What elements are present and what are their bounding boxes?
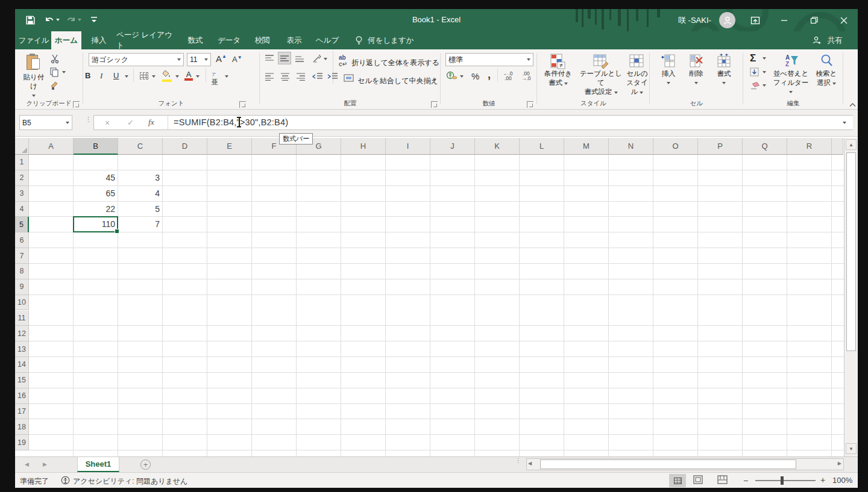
align-bottom-icon[interactable]	[295, 54, 304, 65]
merge-center-icon[interactable]	[344, 73, 354, 84]
zoom-out-icon[interactable]: −	[743, 476, 748, 485]
insert-function-icon[interactable]: fx	[148, 117, 154, 127]
vertical-scrollbar[interactable]: ▲ ▼	[844, 138, 858, 456]
column-header-J[interactable]: J	[430, 138, 475, 155]
phonetic-dropdown-icon[interactable]	[225, 75, 228, 78]
align-left-icon[interactable]	[265, 72, 274, 83]
worksheet-grid[interactable]: ABCDEFGHIJKLMNOPQR 123456789101112131415…	[15, 138, 844, 456]
row-header-8[interactable]: 8	[15, 264, 29, 279]
grid-cell-C5[interactable]: 7	[118, 217, 163, 232]
column-header-C[interactable]: C	[118, 138, 163, 155]
row-header-1[interactable]: 1	[15, 155, 29, 170]
align-middle-icon[interactable]	[278, 52, 291, 64]
insert-cells-button[interactable]: 挿入	[655, 54, 682, 86]
sheet-next-icon[interactable]: ▶	[43, 461, 47, 467]
row-header-14[interactable]: 14	[15, 357, 29, 373]
column-header-P[interactable]: P	[698, 138, 743, 155]
column-header-O[interactable]: O	[653, 138, 698, 155]
font-dialog-launcher-icon[interactable]	[239, 101, 246, 108]
formula-text[interactable]: =SUMIF(B2:B4,">30",B2:B4)	[174, 117, 288, 127]
grid-cell-B3[interactable]: 65	[74, 186, 118, 202]
borders-dropdown-icon[interactable]	[152, 75, 156, 78]
column-header-D[interactable]: D	[163, 138, 207, 155]
horizontal-scrollbar[interactable]: ◀ ▶	[526, 458, 844, 470]
orientation-dropdown-icon[interactable]	[324, 58, 327, 60]
merge-center-button[interactable]: セルを結合して中央揃え	[357, 76, 438, 86]
ribbon-display-options-icon[interactable]	[741, 9, 769, 31]
row-header-15[interactable]: 15	[15, 373, 29, 388]
clipboard-dialog-launcher-icon[interactable]	[73, 101, 80, 108]
merge-dropdown-icon[interactable]	[433, 79, 436, 81]
tab-review[interactable]: 校閲	[247, 31, 277, 49]
name-box[interactable]: B5	[19, 115, 72, 130]
phonetic-guide-icon[interactable]: ア亜	[212, 70, 218, 87]
column-header-M[interactable]: M	[564, 138, 609, 155]
column-header-N[interactable]: N	[609, 138, 653, 155]
sheet-tab-sheet1[interactable]: Sheet1	[77, 457, 119, 472]
wrap-text-icon[interactable]: abc↵	[339, 54, 347, 67]
view-page-layout-button[interactable]	[693, 475, 703, 486]
column-header-R[interactable]: R	[787, 138, 832, 155]
fill-color-icon[interactable]	[162, 70, 172, 82]
tab-file[interactable]: ファイル	[18, 31, 49, 49]
column-header-partial[interactable]	[832, 138, 843, 155]
scroll-down-icon[interactable]: ▼	[846, 443, 857, 454]
delete-cells-button[interactable]: 削除	[683, 54, 709, 86]
collapse-ribbon-icon[interactable]	[849, 99, 855, 105]
column-header-A[interactable]: A	[29, 138, 74, 155]
row-header-11[interactable]: 11	[15, 311, 29, 326]
vertical-scroll-thumb[interactable]	[846, 152, 856, 351]
sheet-prev-icon[interactable]: ◀	[25, 461, 29, 467]
row-header-6[interactable]: 6	[15, 232, 29, 248]
restore-button[interactable]	[800, 9, 828, 31]
scroll-up-icon[interactable]: ▲	[846, 139, 857, 150]
grid-cell-B2[interactable]: 45	[74, 170, 118, 186]
h-scroll-right-icon[interactable]: ▶	[838, 461, 841, 466]
column-header-E[interactable]: E	[207, 138, 252, 155]
formula-input-area[interactable]: × ✓ fx =SUMIF(B2:B4,">30",B2:B4)	[93, 115, 853, 130]
underline-dropdown-icon[interactable]	[125, 75, 128, 78]
share-icon[interactable]	[812, 36, 822, 48]
name-box-resizer[interactable]: ⋮	[85, 118, 92, 121]
font-color-icon[interactable]: A	[184, 70, 193, 81]
tell-me-lightbulb-icon[interactable]	[354, 36, 363, 48]
decrease-decimal-icon[interactable]: .00→.0	[521, 71, 531, 81]
zoom-level[interactable]: 100%	[832, 476, 852, 485]
grid-cell-B4[interactable]: 22	[74, 202, 118, 217]
tab-insert[interactable]: 挿入	[84, 31, 114, 49]
decrease-indent-icon[interactable]	[312, 72, 323, 83]
tab-scroll-splitter[interactable]: ⋮	[515, 459, 521, 462]
grid-cell-C4[interactable]: 5	[118, 202, 163, 217]
autosum-icon[interactable]: Σ	[750, 52, 756, 64]
fill-color-dropdown-icon[interactable]	[175, 75, 179, 78]
tab-help[interactable]: ヘルプ	[312, 31, 342, 49]
shrink-font-icon[interactable]: A▼	[232, 55, 242, 64]
increase-indent-icon[interactable]	[327, 72, 338, 83]
fill-dropdown-icon[interactable]	[763, 71, 766, 73]
number-format-select[interactable]: 標準	[445, 53, 533, 66]
zoom-slider-thumb[interactable]	[781, 476, 784, 485]
alignment-dialog-launcher-icon[interactable]	[431, 101, 438, 108]
column-header-L[interactable]: L	[520, 138, 564, 155]
percent-style-button[interactable]: %	[471, 71, 479, 81]
tab-view[interactable]: 表示	[279, 31, 309, 49]
row-header-7[interactable]: 7	[15, 248, 29, 264]
row-header-19[interactable]: 19	[15, 435, 29, 450]
accounting-format-icon[interactable]	[446, 71, 458, 83]
user-name[interactable]: 咲 -SAKI-	[678, 15, 711, 26]
align-center-icon[interactable]	[280, 72, 290, 83]
clear-dropdown-icon[interactable]	[763, 84, 766, 87]
select-all-corner[interactable]	[15, 138, 29, 155]
column-header-H[interactable]: H	[341, 138, 386, 155]
italic-button[interactable]: I	[100, 71, 102, 81]
font-name-select[interactable]: 游ゴシック	[89, 53, 184, 66]
row-header-17[interactable]: 17	[15, 404, 29, 420]
row-header-9[interactable]: 9	[15, 279, 29, 295]
autosum-dropdown-icon[interactable]	[763, 57, 766, 60]
borders-icon[interactable]	[140, 72, 148, 79]
row-header-18[interactable]: 18	[15, 419, 29, 435]
comma-style-button[interactable]: ,	[488, 69, 491, 81]
conditional-formatting-button[interactable]: ≠ 条件付き 書式	[541, 54, 576, 87]
paste-button[interactable]: 貼り付け	[20, 54, 48, 98]
copy-icon[interactable]	[50, 67, 59, 79]
